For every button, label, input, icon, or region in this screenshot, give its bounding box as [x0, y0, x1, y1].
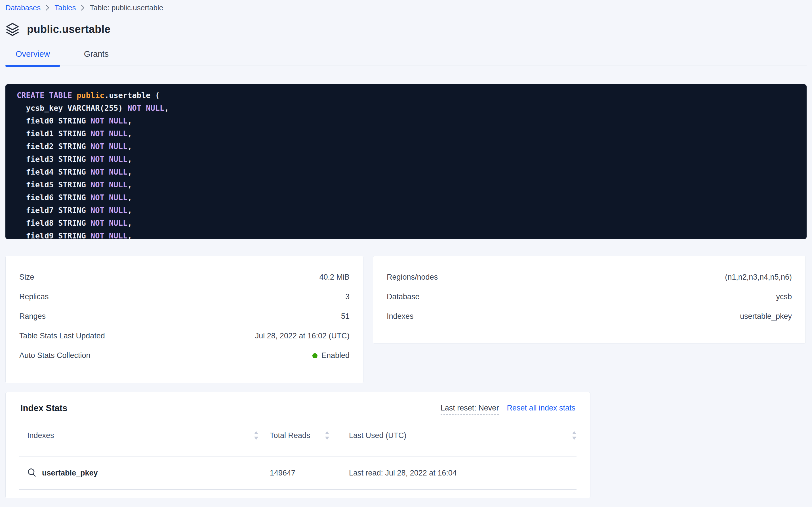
table-details-page: DatabasesTablesTable: public.usertable p…	[0, 0, 812, 498]
index-table-body: usertable_pkey149647Last read: Jul 28, 2…	[19, 456, 576, 490]
sql-line: field7 STRING NOT NULL,	[17, 204, 795, 217]
index-stats-title: Index Stats	[20, 403, 67, 413]
stat-label: Auto Stats Collection	[19, 351, 90, 360]
stat-row: Databaseycsb	[373, 287, 806, 306]
stat-value: 51	[341, 312, 350, 321]
sort-arrows-icon	[254, 431, 258, 440]
stat-row: Table Stats Last UpdatedJul 28, 2022 at …	[6, 326, 363, 346]
tab-overview[interactable]: Overview	[5, 49, 60, 66]
index-name[interactable]: usertable_pkey	[42, 469, 98, 477]
index-table-header-row: IndexesTotal ReadsLast Used (UTC)	[19, 415, 576, 456]
index-name-cell[interactable]: usertable_pkey	[19, 468, 258, 478]
index-stats-row[interactable]: usertable_pkey149647Last read: Jul 28, 2…	[19, 456, 576, 490]
stat-row: Regions/nodes(n1,n2,n3,n4,n5,n6)	[373, 267, 806, 287]
sql-line: field5 STRING NOT NULL,	[17, 178, 795, 191]
last-reset-label[interactable]: Last reset: Never	[441, 404, 499, 415]
column-header-label: Indexes	[27, 431, 54, 440]
stat-label: Database	[387, 292, 420, 301]
sql-line: field2 STRING NOT NULL,	[17, 140, 795, 153]
stat-value: (n1,n2,n3,n4,n5,n6)	[725, 273, 792, 282]
sql-line: CREATE TABLE public.usertable (	[17, 89, 795, 102]
reset-all-index-stats-link[interactable]: Reset all index stats	[507, 404, 575, 412]
stat-value: usertable_pkey	[740, 312, 792, 321]
chevron-right-icon	[46, 5, 49, 11]
sql-line: field8 STRING NOT NULL,	[17, 217, 795, 229]
sql-line: field6 STRING NOT NULL,	[17, 191, 795, 204]
sql-line: field0 STRING NOT NULL,	[17, 114, 795, 127]
stat-value: Enabled	[312, 351, 350, 360]
stat-value: ycsb	[776, 292, 792, 301]
stat-row: Size40.2 MiB	[6, 267, 363, 287]
sort-arrows-icon	[325, 431, 329, 440]
stat-value: 3	[345, 292, 350, 301]
stat-label: Indexes	[387, 312, 414, 321]
sql-line: ycsb_key VARCHAR(255) NOT NULL,	[17, 102, 795, 114]
stat-value: 40.2 MiB	[319, 273, 350, 282]
sql-line: field4 STRING NOT NULL,	[17, 166, 795, 178]
tab-grants[interactable]: Grants	[74, 49, 119, 66]
sql-line: field1 STRING NOT NULL,	[17, 127, 795, 140]
index-stats-header: Index Stats Last reset: Never Reset all …	[6, 392, 590, 415]
stat-row: Ranges51	[6, 306, 363, 326]
chevron-right-icon	[81, 5, 84, 11]
summary-cards-row: Size40.2 MiBReplicas3Ranges51Table Stats…	[5, 256, 807, 383]
create-table-statement: CREATE TABLE public.usertable ( ycsb_key…	[5, 84, 807, 239]
stat-label: Ranges	[19, 312, 46, 321]
breadcrumb-current: Table: public.usertable	[90, 3, 163, 12]
column-header-last-used-utc[interactable]: Last Used (UTC)	[329, 431, 576, 440]
stack-icon	[5, 22, 19, 36]
column-header-total-reads[interactable]: Total Reads	[258, 431, 329, 440]
sort-arrows-icon	[572, 431, 576, 440]
total-reads-cell: 149647	[258, 469, 329, 477]
search-icon	[27, 468, 37, 478]
sql-line: field9 STRING NOT NULL,	[17, 229, 795, 239]
breadcrumb: DatabasesTablesTable: public.usertable	[5, 0, 807, 11]
stat-row: Replicas3	[6, 287, 363, 306]
sql-line: field3 STRING NOT NULL,	[17, 153, 795, 166]
last-used-cell: Last read: Jul 28, 2022 at 16:04	[329, 469, 576, 477]
breadcrumb-link[interactable]: Tables	[55, 3, 76, 12]
stat-row: Auto Stats CollectionEnabled	[6, 346, 363, 365]
stat-value: Jul 28, 2022 at 16:02 (UTC)	[255, 332, 350, 340]
table-meta-card: Regions/nodes(n1,n2,n3,n4,n5,n6)Database…	[373, 256, 806, 343]
stat-label: Regions/nodes	[387, 273, 438, 282]
stat-label: Replicas	[19, 292, 49, 301]
breadcrumb-link[interactable]: Databases	[5, 3, 41, 12]
column-header-label: Last Used (UTC)	[349, 431, 407, 440]
table-stats-card: Size40.2 MiBReplicas3Ranges51Table Stats…	[5, 256, 364, 383]
page-header: public.usertable	[5, 22, 807, 36]
stat-label: Table Stats Last Updated	[19, 332, 105, 340]
tab-bar: OverviewGrants	[5, 49, 807, 66]
column-header-indexes[interactable]: Indexes	[19, 431, 258, 440]
index-stats-card: Index Stats Last reset: Never Reset all …	[5, 392, 590, 498]
green-dot-icon	[312, 353, 317, 358]
stat-row: Indexesusertable_pkey	[373, 306, 806, 326]
stat-label: Size	[19, 273, 34, 282]
index-stats-controls: Last reset: Never Reset all index stats	[441, 404, 575, 415]
page-title: public.usertable	[27, 23, 111, 36]
index-stats-table: IndexesTotal ReadsLast Used (UTC) userta…	[19, 415, 576, 490]
column-header-label: Total Reads	[270, 431, 310, 440]
